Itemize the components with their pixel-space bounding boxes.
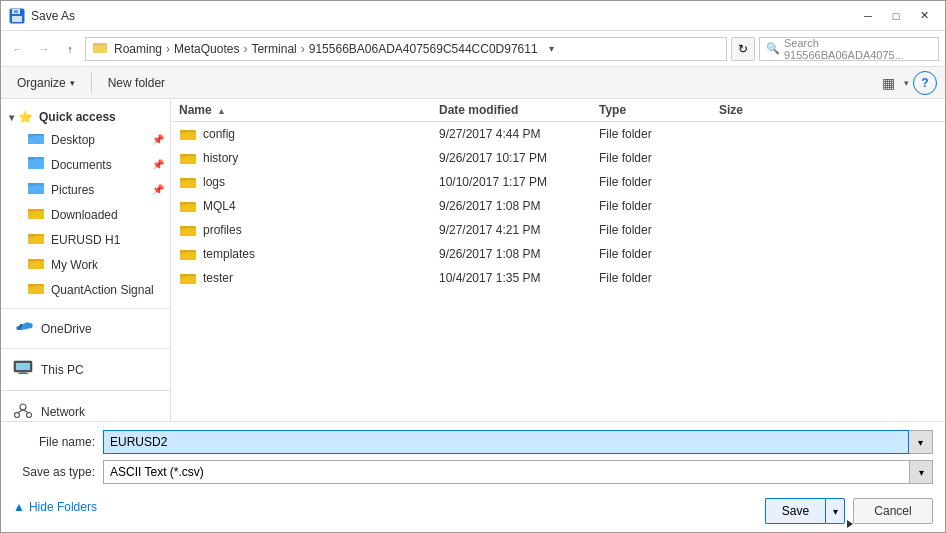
breadcrumb-terminal[interactable]: Terminal <box>251 42 296 56</box>
save-as-dialog: Save As ─ □ ✕ ← → ↑ Roaming › MetaQuotes… <box>0 0 946 533</box>
svg-rect-8 <box>28 136 44 144</box>
breadcrumb-metaquotes[interactable]: MetaQuotes <box>174 42 239 56</box>
save-button[interactable]: Save <box>765 498 825 524</box>
svg-rect-39 <box>180 130 187 133</box>
toolbar-right: ▦ ▾ ? <box>876 71 937 95</box>
file-name-text: logs <box>203 175 225 189</box>
file-type-cell: File folder <box>599 247 719 261</box>
sidebar-divider-1 <box>1 308 170 309</box>
quickaccess-star-icon: ⭐ <box>18 110 33 124</box>
titlebar-controls: ─ □ ✕ <box>855 5 937 27</box>
mywork-label: My Work <box>51 258 164 272</box>
network-label: Network <box>41 405 85 419</box>
table-row[interactable]: profiles 9/27/2017 4:21 PM File folder <box>171 218 945 242</box>
view-button[interactable]: ▦ <box>876 72 900 94</box>
col-type-header[interactable]: Type <box>599 103 719 117</box>
file-type-cell: File folder <box>599 223 719 237</box>
svg-rect-21 <box>28 234 35 237</box>
file-type-cell: File folder <box>599 127 719 141</box>
size-col-label: Size <box>719 103 743 117</box>
help-button[interactable]: ? <box>913 71 937 95</box>
svg-rect-2 <box>12 16 22 22</box>
eurusd-folder-icon <box>27 230 45 249</box>
file-list-header: Name ▲ Date modified Type Size <box>171 99 945 122</box>
documents-icon <box>27 155 45 174</box>
refresh-button[interactable]: ↻ <box>731 37 755 61</box>
maximize-button[interactable]: □ <box>883 5 909 27</box>
savetype-label: Save as type: <box>13 465 103 479</box>
eurusd-label: EURUSD H1 <box>51 233 164 247</box>
file-list: Name ▲ Date modified Type Size <box>171 99 945 421</box>
svg-rect-5 <box>93 45 107 53</box>
file-name-text: profiles <box>203 223 242 237</box>
sidebar-item-documents[interactable]: Documents 📌 <box>1 152 170 177</box>
sidebar-item-desktop[interactable]: Desktop 📌 <box>1 127 170 152</box>
svg-rect-57 <box>180 274 187 277</box>
mywork-folder-icon <box>27 255 45 274</box>
titlebar-left: Save As <box>9 8 75 24</box>
folder-icon <box>179 149 197 167</box>
onedrive-icon <box>13 320 33 337</box>
search-box[interactable]: 🔍 Search 915566BA06ADA4075... <box>759 37 939 61</box>
col-date-header[interactable]: Date modified <box>439 103 599 117</box>
pin-icon: 📌 <box>152 134 164 145</box>
sidebar-item-onedrive[interactable]: OneDrive <box>1 315 170 342</box>
table-row[interactable]: templates 9/26/2017 1:08 PM File folder <box>171 242 945 266</box>
svg-rect-38 <box>180 132 196 140</box>
file-type-cell: File folder <box>599 199 719 213</box>
file-date-cell: 10/10/2017 1:17 PM <box>439 175 599 189</box>
breadcrumb-dropdown-button[interactable]: ▾ <box>544 38 560 60</box>
filename-input[interactable] <box>103 430 909 454</box>
sidebar-item-network[interactable]: Network <box>1 397 170 421</box>
up-button[interactable]: ↑ <box>59 38 81 60</box>
organize-button[interactable]: Organize ▾ <box>9 72 83 94</box>
sidebar-header-quickaccess[interactable]: ▾ ⭐ Quick access <box>1 107 170 127</box>
col-name-header[interactable]: Name ▲ <box>179 103 439 117</box>
table-row[interactable]: MQL4 9/26/2017 1:08 PM File folder <box>171 194 945 218</box>
col-size-header[interactable]: Size <box>719 103 799 117</box>
desktop-label: Desktop <box>51 133 150 147</box>
cancel-button[interactable]: Cancel <box>853 498 933 524</box>
file-name-cell: tester <box>179 269 439 287</box>
table-row[interactable]: config 9/27/2017 4:44 PM File folder <box>171 122 945 146</box>
dialog-icon <box>9 8 25 24</box>
new-folder-button[interactable]: New folder <box>100 72 173 94</box>
breadcrumb-roaming[interactable]: Roaming <box>114 42 162 56</box>
file-name-cell: config <box>179 125 439 143</box>
content-area: ▾ ⭐ Quick access Desktop 📌 <box>1 99 945 421</box>
breadcrumb-guid[interactable]: 915566BA06ADA407569C544CC0D97611 <box>309 42 538 56</box>
svg-rect-29 <box>16 363 30 370</box>
close-button[interactable]: ✕ <box>911 5 937 27</box>
hide-folders-button[interactable]: ▲ Hide Folders <box>13 496 97 518</box>
file-name-text: tester <box>203 271 233 285</box>
svg-rect-15 <box>28 183 35 186</box>
file-name-cell: logs <box>179 173 439 191</box>
table-row[interactable]: history 9/26/2017 10:17 PM File folder <box>171 146 945 170</box>
sidebar-item-downloaded[interactable]: Downloaded <box>1 202 170 227</box>
svg-rect-47 <box>180 204 196 212</box>
svg-rect-53 <box>180 252 196 260</box>
save-dropdown-button[interactable]: ▾ <box>825 498 845 524</box>
sidebar-item-pictures[interactable]: Pictures 📌 <box>1 177 170 202</box>
file-name-cell: MQL4 <box>179 197 439 215</box>
table-row[interactable]: tester 10/4/2017 1:35 PM File folder <box>171 266 945 290</box>
sidebar-item-thispc[interactable]: This PC <box>1 355 170 384</box>
filename-dropdown-button[interactable]: ▾ <box>909 430 933 454</box>
hide-folders-label: Hide Folders <box>29 500 97 514</box>
back-button[interactable]: ← <box>7 38 29 60</box>
minimize-button[interactable]: ─ <box>855 5 881 27</box>
file-type-cell: File folder <box>599 175 719 189</box>
forward-button[interactable]: → <box>33 38 55 60</box>
sidebar-item-eurusd[interactable]: EURUSD H1 <box>1 227 170 252</box>
sidebar-item-quantaction[interactable]: QuantAction Signal <box>1 277 170 302</box>
sidebar-item-mywork[interactable]: My Work <box>1 252 170 277</box>
quantaction-label: QuantAction Signal <box>51 283 164 297</box>
savetype-select[interactable]: ASCII Text (*.csv) <box>103 460 933 484</box>
file-date-cell: 9/27/2017 4:21 PM <box>439 223 599 237</box>
savetype-row: Save as type: ASCII Text (*.csv) ▾ <box>13 460 933 484</box>
type-col-label: Type <box>599 103 626 117</box>
svg-rect-54 <box>180 250 187 253</box>
svg-point-33 <box>15 413 20 418</box>
table-row[interactable]: logs 10/10/2017 1:17 PM File folder <box>171 170 945 194</box>
svg-point-34 <box>27 413 32 418</box>
